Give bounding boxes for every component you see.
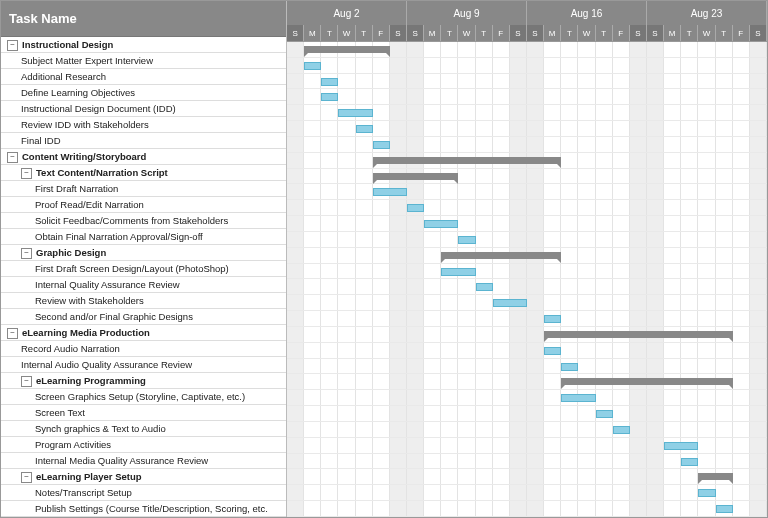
task-row-additional-research: Additional Research (1, 69, 286, 85)
month-header-row: Aug 2Aug 9Aug 16Aug 23 (287, 1, 767, 25)
day-header: S (630, 25, 647, 41)
collapse-toggle-icon[interactable]: − (21, 376, 32, 387)
task-label: Instructional Design (22, 39, 113, 50)
task-bar[interactable] (561, 363, 578, 371)
task-bar[interactable] (407, 204, 424, 212)
day-header: S (527, 25, 544, 41)
group-bar[interactable] (304, 46, 390, 53)
gantt-row (287, 42, 767, 58)
task-bar[interactable] (338, 109, 372, 117)
task-bar[interactable] (458, 236, 475, 244)
day-header: F (733, 25, 750, 41)
task-bar[interactable] (561, 394, 595, 402)
collapse-toggle-icon[interactable]: − (21, 168, 32, 179)
day-header: T (476, 25, 493, 41)
gantt-row (287, 74, 767, 90)
task-row-obtain-approval: Obtain Final Narration Approval/Sign-off (1, 229, 286, 245)
gantt-row (287, 216, 767, 232)
gantt-row (287, 469, 767, 485)
day-header: T (441, 25, 458, 41)
task-label: Publish Settings (Course Title/Descripti… (35, 503, 268, 514)
gantt-row (287, 248, 767, 264)
day-header: T (321, 25, 338, 41)
task-label: Internal Media Quality Assurance Review (35, 455, 208, 466)
group-bar[interactable] (441, 252, 561, 259)
task-bar[interactable] (544, 315, 561, 323)
task-label: Internal Audio Quality Assurance Review (21, 359, 192, 370)
task-label: Screen Text (35, 407, 85, 418)
task-row-internal-media-qa: Internal Media Quality Assurance Review (1, 453, 286, 469)
task-bar[interactable] (596, 410, 613, 418)
gantt-row (287, 153, 767, 169)
task-bar[interactable] (493, 299, 527, 307)
task-bar[interactable] (441, 268, 475, 276)
task-bar[interactable] (424, 220, 458, 228)
task-bar[interactable] (698, 489, 715, 497)
task-row-publish-settings: Publish Settings (Course Title/Descripti… (1, 501, 286, 517)
group-bar[interactable] (698, 473, 732, 480)
task-label: eLearning Player Setup (36, 471, 142, 482)
task-label: Proof Read/Edit Narration (35, 199, 144, 210)
task-bar[interactable] (373, 188, 407, 196)
task-row-graphic-design: −Graphic Design (1, 245, 286, 261)
task-bar[interactable] (681, 458, 698, 466)
task-bar[interactable] (304, 62, 321, 70)
day-header: S (287, 25, 304, 41)
task-row-proof-read: Proof Read/Edit Narration (1, 197, 286, 213)
task-label: Record Audio Narration (21, 343, 120, 354)
task-bar[interactable] (613, 426, 630, 434)
collapse-toggle-icon[interactable]: − (7, 40, 18, 51)
day-header: S (407, 25, 424, 41)
gantt-row (287, 438, 767, 454)
day-header: W (458, 25, 475, 41)
task-label: Obtain Final Narration Approval/Sign-off (35, 231, 203, 242)
day-header: S (647, 25, 664, 41)
task-label: First Draft Narration (35, 183, 118, 194)
day-header: T (716, 25, 733, 41)
task-bar[interactable] (664, 442, 698, 450)
task-bar[interactable] (373, 141, 390, 149)
day-header: F (493, 25, 510, 41)
day-header: M (544, 25, 561, 41)
task-row-first-draft-screen: First Draft Screen Design/Layout (PhotoS… (1, 261, 286, 277)
day-header: T (596, 25, 613, 41)
day-header: W (698, 25, 715, 41)
task-bar[interactable] (476, 283, 493, 291)
day-header: S (390, 25, 407, 41)
task-bar[interactable] (321, 78, 338, 86)
gantt-chart: Task Name −Instructional DesignSubject M… (0, 0, 768, 518)
collapse-toggle-icon[interactable]: − (21, 248, 32, 259)
task-row-first-draft-narration: First Draft Narration (1, 181, 286, 197)
collapse-toggle-icon[interactable]: − (7, 152, 18, 163)
task-label: eLearning Media Production (22, 327, 150, 338)
task-label: Synch graphics & Text to Audio (35, 423, 166, 434)
task-label: Instructional Design Document (IDD) (21, 103, 176, 114)
day-header: T (356, 25, 373, 41)
task-bar[interactable] (544, 347, 561, 355)
gantt-row (287, 137, 767, 153)
task-bar[interactable] (321, 93, 338, 101)
task-label: Internal Quality Assurance Review (35, 279, 180, 290)
group-bar[interactable] (373, 173, 459, 180)
task-row-notes-transcript: Notes/Transcript Setup (1, 485, 286, 501)
gantt-row (287, 359, 767, 375)
group-bar[interactable] (561, 378, 732, 385)
task-label: Review IDD with Stakeholders (21, 119, 149, 130)
task-label: Content Writing/Storyboard (22, 151, 146, 162)
month-header: Aug 23 (647, 1, 767, 25)
task-bar[interactable] (356, 125, 373, 133)
collapse-toggle-icon[interactable]: − (7, 328, 18, 339)
gantt-row (287, 295, 767, 311)
gantt-row (287, 390, 767, 406)
collapse-toggle-icon[interactable]: − (21, 472, 32, 483)
task-row-define-learning-objectives: Define Learning Objectives (1, 85, 286, 101)
gantt-row (287, 327, 767, 343)
day-header: S (510, 25, 527, 41)
group-bar[interactable] (544, 331, 733, 338)
task-bar[interactable] (716, 505, 733, 513)
day-header: T (561, 25, 578, 41)
task-label: Additional Research (21, 71, 106, 82)
timeline-header: Aug 2Aug 9Aug 16Aug 23 SMTWTFSSMTWTFSSMT… (287, 1, 767, 42)
group-bar[interactable] (373, 157, 562, 164)
timeline-grid (287, 42, 767, 517)
